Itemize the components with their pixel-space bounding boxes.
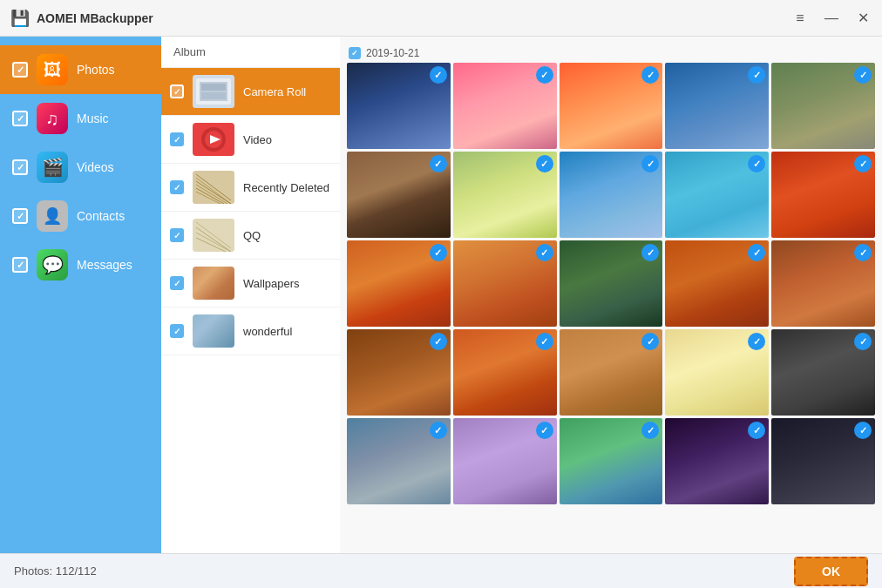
photo-cell[interactable]: ✓ <box>453 63 557 149</box>
album-panel: Album ✓ Camera Roll ✓ <box>161 37 340 553</box>
photo-cell[interactable]: ✓ <box>560 329 663 416</box>
photo-check-badge: ✓ <box>536 333 553 350</box>
photo-check-badge: ✓ <box>854 422 872 439</box>
music-icon: ♫ <box>37 103 68 134</box>
photo-cell[interactable]: ✓ <box>771 329 875 416</box>
photo-check-badge: ✓ <box>854 333 872 350</box>
photo-cell[interactable]: ✓ <box>771 63 875 149</box>
photo-cell[interactable]: ✓ <box>560 418 663 504</box>
recently-deleted-check: ✓ <box>170 180 184 194</box>
album-item-video[interactable]: ✓ Video <box>161 116 340 164</box>
wonderful-thumb <box>193 314 234 348</box>
photo-check-badge: ✓ <box>854 244 872 261</box>
wallpapers-check: ✓ <box>170 276 184 290</box>
album-item-camera-roll[interactable]: ✓ Camera Roll <box>161 68 340 116</box>
sidebar-messages-label: Messages <box>77 258 132 272</box>
minimize-button[interactable]: — <box>823 10 840 27</box>
photo-cell[interactable]: ✓ <box>560 152 663 238</box>
wallpapers-label: Wallpapers <box>243 277 300 290</box>
photo-cell[interactable]: ✓ <box>347 418 451 504</box>
photo-cell[interactable]: ✓ <box>771 152 875 238</box>
photo-cell[interactable]: ✓ <box>665 63 769 149</box>
photo-cell[interactable]: ✓ <box>347 240 451 327</box>
camera-roll-thumb <box>193 75 234 108</box>
photo-cell[interactable]: ✓ <box>347 152 451 238</box>
camera-roll-label: Camera Roll <box>243 85 306 98</box>
album-item-wallpapers[interactable]: ✓ Wallpapers <box>161 260 340 308</box>
photo-cell[interactable]: ✓ <box>665 329 769 416</box>
recently-deleted-label: Recently Deleted <box>243 181 329 194</box>
album-item-wonderful[interactable]: ✓ wonderful <box>161 308 340 355</box>
sidebar-item-contacts[interactable]: ✓ 👤 Contacts <box>0 192 161 240</box>
app-icon: 💾 <box>10 9 30 28</box>
svg-rect-3 <box>201 84 226 91</box>
statusbar: Photos: 112/112 OK <box>0 553 882 588</box>
main-container: ✓ 🖼 Photos ✓ ♫ Music ✓ 🎬 Videos ✓ 👤 Cont… <box>0 37 882 553</box>
sidebar-item-messages[interactable]: ✓ 💬 Messages <box>0 240 161 289</box>
album-item-recently-deleted[interactable]: ✓ Recently Deleted <box>161 164 340 212</box>
video-label: Video <box>243 133 272 146</box>
camera-roll-check: ✓ <box>170 84 184 98</box>
wonderful-check: ✓ <box>170 324 184 338</box>
qq-check: ✓ <box>170 228 184 242</box>
photo-cell[interactable]: ✓ <box>347 63 451 149</box>
photo-cell[interactable]: ✓ <box>453 240 557 327</box>
videos-icon: 🎬 <box>37 152 68 183</box>
photo-check-badge: ✓ <box>536 66 553 84</box>
status-text: Photos: 112/112 <box>14 564 97 578</box>
music-check: ✓ <box>12 111 28 126</box>
sidebar-music-label: Music <box>77 112 109 125</box>
photo-cell[interactable]: ✓ <box>453 329 557 416</box>
photo-cell[interactable]: ✓ <box>560 63 663 149</box>
titlebar: 💾 AOMEI MBackupper ≡ — ✕ <box>0 0 882 37</box>
videos-check: ✓ <box>12 159 28 175</box>
contacts-check: ✓ <box>12 208 28 224</box>
photo-check-badge: ✓ <box>854 66 872 84</box>
album-header: Album <box>161 37 340 68</box>
app-title-area: 💾 AOMEI MBackupper <box>10 9 153 28</box>
photo-cell[interactable]: ✓ <box>665 240 769 327</box>
sidebar-contacts-label: Contacts <box>77 209 125 223</box>
video-check: ✓ <box>170 132 184 146</box>
contacts-icon: 👤 <box>37 200 68 232</box>
wonderful-label: wonderful <box>243 325 292 338</box>
svg-rect-4 <box>201 92 226 99</box>
sidebar-item-music[interactable]: ✓ ♫ Music <box>0 94 161 143</box>
photo-cell[interactable]: ✓ <box>665 418 769 504</box>
photo-cell[interactable]: ✓ <box>453 152 557 238</box>
messages-icon: 💬 <box>37 249 68 280</box>
photo-check-badge: ✓ <box>430 244 447 261</box>
titlebar-controls: ≡ — ✕ <box>791 10 872 27</box>
ok-button[interactable]: OK <box>794 557 868 586</box>
app-title: AOMEI MBackupper <box>37 11 153 25</box>
photo-cell[interactable]: ✓ <box>453 418 557 504</box>
wallpapers-thumb <box>193 267 234 300</box>
photo-cell[interactable]: ✓ <box>560 240 663 327</box>
recently-deleted-thumb <box>193 171 234 204</box>
video-thumb <box>193 123 234 156</box>
date-label: ✓ 2019-10-21 <box>347 44 875 63</box>
photos-icon: 🖼 <box>37 54 68 85</box>
photo-cell[interactable]: ✓ <box>771 240 875 327</box>
photo-cell[interactable]: ✓ <box>665 152 769 238</box>
photos-check: ✓ <box>12 62 28 78</box>
sidebar-item-videos[interactable]: ✓ 🎬 Videos <box>0 143 161 192</box>
sidebar: ✓ 🖼 Photos ✓ ♫ Music ✓ 🎬 Videos ✓ 👤 Cont… <box>0 37 161 553</box>
photo-check-badge: ✓ <box>536 155 553 172</box>
photo-check-badge: ✓ <box>430 155 447 172</box>
photo-cell[interactable]: ✓ <box>347 329 451 416</box>
sidebar-photos-label: Photos <box>77 63 115 77</box>
list-icon[interactable]: ≡ <box>791 10 809 27</box>
date-check: ✓ <box>349 47 361 59</box>
photo-check-badge: ✓ <box>854 155 872 172</box>
photo-cell[interactable]: ✓ <box>771 418 875 504</box>
date-text: 2019-10-21 <box>366 47 419 59</box>
album-item-qq[interactable]: ✓ QQ <box>161 212 340 260</box>
photo-check-badge: ✓ <box>536 244 553 261</box>
sidebar-item-photos[interactable]: ✓ 🖼 Photos <box>0 45 161 94</box>
qq-thumb <box>193 219 234 252</box>
close-button[interactable]: ✕ <box>854 10 872 27</box>
photo-check-badge: ✓ <box>430 66 447 84</box>
photo-check-badge: ✓ <box>430 422 447 439</box>
qq-label: QQ <box>243 229 261 242</box>
